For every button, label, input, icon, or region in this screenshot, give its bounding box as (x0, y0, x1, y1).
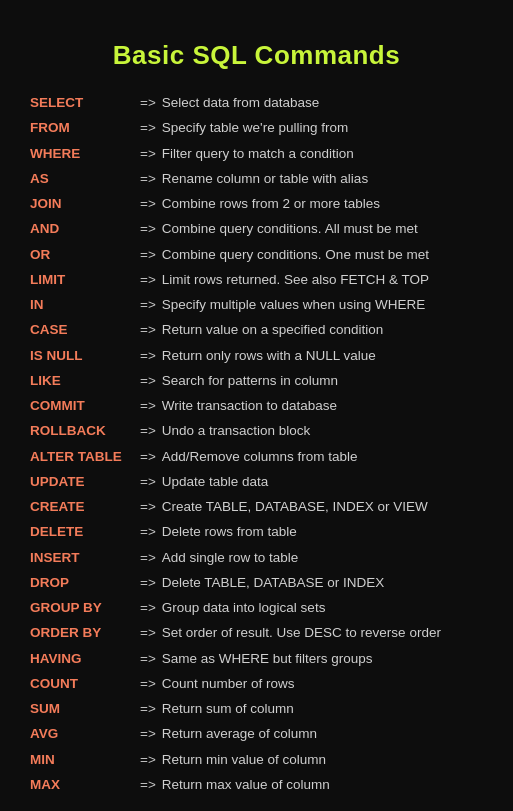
table-row: SELECT=>Select data from database (30, 93, 483, 113)
cmd-arrow: => (140, 623, 156, 643)
page-title: Basic SQL Commands (30, 40, 483, 71)
cmd-keyword: DELETE (30, 522, 140, 542)
table-row: SUM=>Return sum of column (30, 699, 483, 719)
table-row: CREATE=>Create TABLE, DATABASE, INDEX or… (30, 497, 483, 517)
cmd-description: Filter query to match a condition (162, 144, 483, 164)
cmd-description: Return max value of column (162, 775, 483, 795)
cmd-keyword: MIN (30, 750, 140, 770)
cmd-arrow: => (140, 396, 156, 416)
cmd-keyword: AVG (30, 724, 140, 744)
cmd-description: Combine query conditions. One must be me… (162, 245, 483, 265)
cmd-description: Add/Remove columns from table (162, 447, 483, 467)
cmd-description: Delete TABLE, DATABASE or INDEX (162, 573, 483, 593)
cmd-arrow: => (140, 270, 156, 290)
table-row: AVG=>Return average of column (30, 724, 483, 744)
cmd-keyword: INSERT (30, 548, 140, 568)
cmd-keyword: CREATE (30, 497, 140, 517)
cmd-keyword: UPDATE (30, 472, 140, 492)
commands-table: SELECT=>Select data from databaseFROM=>S… (30, 93, 483, 795)
cmd-arrow: => (140, 447, 156, 467)
cmd-arrow: => (140, 118, 156, 138)
cmd-keyword: OR (30, 245, 140, 265)
cmd-description: Return average of column (162, 724, 483, 744)
cmd-keyword: ROLLBACK (30, 421, 140, 441)
cmd-description: Select data from database (162, 93, 483, 113)
cmd-keyword: COUNT (30, 674, 140, 694)
cmd-keyword: FROM (30, 118, 140, 138)
table-row: DELETE=>Delete rows from table (30, 522, 483, 542)
table-row: DROP=>Delete TABLE, DATABASE or INDEX (30, 573, 483, 593)
cmd-description: Combine rows from 2 or more tables (162, 194, 483, 214)
cmd-keyword: GROUP BY (30, 598, 140, 618)
cmd-keyword: IN (30, 295, 140, 315)
cmd-keyword: JOIN (30, 194, 140, 214)
cmd-keyword: DROP (30, 573, 140, 593)
cmd-arrow: => (140, 522, 156, 542)
table-row: WHERE=>Filter query to match a condition (30, 144, 483, 164)
table-row: MIN=>Return min value of column (30, 750, 483, 770)
table-row: LIKE=>Search for patterns in column (30, 371, 483, 391)
cmd-keyword: AS (30, 169, 140, 189)
cmd-description: Create TABLE, DATABASE, INDEX or VIEW (162, 497, 483, 517)
cmd-keyword: AND (30, 219, 140, 239)
cmd-arrow: => (140, 295, 156, 315)
cmd-keyword: LIMIT (30, 270, 140, 290)
cmd-description: Update table data (162, 472, 483, 492)
table-row: GROUP BY=>Group data into logical sets (30, 598, 483, 618)
table-row: LIMIT=>Limit rows returned. See also FET… (30, 270, 483, 290)
cmd-keyword: HAVING (30, 649, 140, 669)
cmd-arrow: => (140, 93, 156, 113)
cmd-description: Delete rows from table (162, 522, 483, 542)
cmd-arrow: => (140, 169, 156, 189)
cmd-arrow: => (140, 472, 156, 492)
table-row: ALTER TABLE=>Add/Remove columns from tab… (30, 447, 483, 467)
cmd-arrow: => (140, 674, 156, 694)
cmd-keyword: MAX (30, 775, 140, 795)
cmd-description: Add single row to table (162, 548, 483, 568)
cmd-arrow: => (140, 649, 156, 669)
cmd-description: Count number of rows (162, 674, 483, 694)
cmd-description: Specify table we're pulling from (162, 118, 483, 138)
table-row: OR=>Combine query conditions. One must b… (30, 245, 483, 265)
main-container: Basic SQL Commands SELECT=>Select data f… (0, 0, 513, 811)
cmd-description: Combine query conditions. All must be me… (162, 219, 483, 239)
table-row: MAX=>Return max value of column (30, 775, 483, 795)
table-row: AND=>Combine query conditions. All must … (30, 219, 483, 239)
cmd-arrow: => (140, 346, 156, 366)
table-row: UPDATE=>Update table data (30, 472, 483, 492)
cmd-arrow: => (140, 245, 156, 265)
table-row: INSERT=>Add single row to table (30, 548, 483, 568)
cmd-description: Write transaction to database (162, 396, 483, 416)
table-row: IN=>Specify multiple values when using W… (30, 295, 483, 315)
cmd-keyword: IS NULL (30, 346, 140, 366)
cmd-description: Return sum of column (162, 699, 483, 719)
cmd-description: Return only rows with a NULL value (162, 346, 483, 366)
cmd-keyword: SELECT (30, 93, 140, 113)
cmd-description: Group data into logical sets (162, 598, 483, 618)
cmd-keyword: WHERE (30, 144, 140, 164)
cmd-arrow: => (140, 371, 156, 391)
cmd-arrow: => (140, 548, 156, 568)
table-row: FROM=>Specify table we're pulling from (30, 118, 483, 138)
cmd-description: Limit rows returned. See also FETCH & TO… (162, 270, 483, 290)
cmd-keyword: COMMIT (30, 396, 140, 416)
cmd-arrow: => (140, 144, 156, 164)
cmd-arrow: => (140, 598, 156, 618)
cmd-description: Set order of result. Use DESC to reverse… (162, 623, 483, 643)
table-row: JOIN=>Combine rows from 2 or more tables (30, 194, 483, 214)
cmd-description: Specify multiple values when using WHERE (162, 295, 483, 315)
cmd-description: Rename column or table with alias (162, 169, 483, 189)
table-row: HAVING=>Same as WHERE but filters groups (30, 649, 483, 669)
cmd-arrow: => (140, 421, 156, 441)
cmd-keyword: ORDER BY (30, 623, 140, 643)
cmd-keyword: CASE (30, 320, 140, 340)
cmd-description: Search for patterns in column (162, 371, 483, 391)
table-row: COUNT=>Count number of rows (30, 674, 483, 694)
table-row: ROLLBACK=>Undo a transaction block (30, 421, 483, 441)
table-row: IS NULL=>Return only rows with a NULL va… (30, 346, 483, 366)
table-row: COMMIT=>Write transaction to database (30, 396, 483, 416)
cmd-arrow: => (140, 573, 156, 593)
table-row: CASE=>Return value on a specified condit… (30, 320, 483, 340)
cmd-arrow: => (140, 750, 156, 770)
table-row: ORDER BY=>Set order of result. Use DESC … (30, 623, 483, 643)
